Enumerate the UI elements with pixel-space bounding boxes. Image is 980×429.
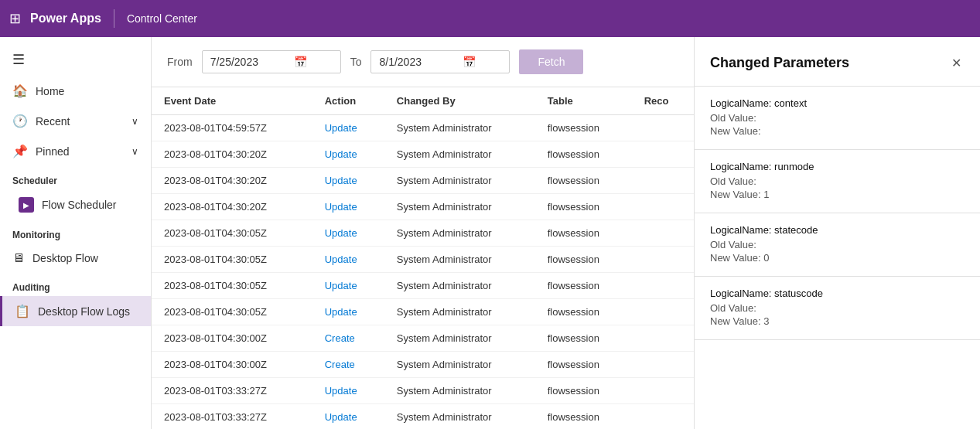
col-table: Table [535,87,632,115]
param-new-label: New Value: 1 [710,189,965,200]
audit-table: Event Date Action Changed By Table Reco … [152,87,694,429]
cell-record [632,325,694,352]
logs-icon: 📋 [15,304,30,318]
topbar-subtitle: Control Center [127,12,197,25]
cell-table: flowsession [535,141,632,168]
home-icon: 🏠 [12,83,28,98]
cell-changed-by: System Administrator [384,115,535,141]
table-row: 2023-08-01T03:33:27Z Update System Admin… [152,378,694,404]
sidebar-item-flow-scheduler[interactable]: ▶ Flow Scheduler [0,189,151,220]
from-date-input-wrapper[interactable]: 📅 [202,50,341,73]
to-date-input[interactable] [379,56,456,68]
col-record: Reco [632,87,694,115]
table-row: 2023-08-01T04:30:20Z Update System Admin… [152,194,694,220]
cell-record [632,352,694,378]
cell-action[interactable]: Update [312,168,384,194]
cell-action[interactable]: Update [312,247,384,273]
hamburger-button[interactable]: ☰ [0,43,151,76]
cell-changed-by: System Administrator [384,141,535,168]
param-logical-name: LogicalName: statecode [710,224,965,236]
param-section-2: LogicalName: statecode Old Value: New Va… [695,213,980,277]
table-row: 2023-08-01T04:30:00Z Create System Admin… [152,352,694,378]
cell-changed-by: System Administrator [384,352,535,378]
cell-action[interactable]: Update [312,273,384,299]
table-row: 2023-08-01T04:30:05Z Update System Admin… [152,220,694,247]
cell-changed-by: System Administrator [384,273,535,299]
cell-table: flowsession [535,352,632,378]
calendar-from-icon[interactable]: 📅 [294,56,307,68]
sidebar-item-pinned[interactable]: 📌 Pinned ∨ [0,136,151,166]
cell-action[interactable]: Update [312,404,384,430]
side-panel: Changed Parameters ✕ LogicalName: contex… [694,37,980,429]
fetch-button[interactable]: Fetch [519,49,583,74]
desktop-flow-label: Desktop Flow [32,252,98,264]
sidebar-recent-label: Recent [36,115,70,128]
table-row: 2023-08-01T04:30:20Z Update System Admin… [152,141,694,168]
table-area: Event Date Action Changed By Table Reco … [152,87,694,429]
app-title: Power Apps [30,12,101,26]
to-label: To [350,56,362,68]
cell-action[interactable]: Update [312,378,384,404]
sidebar: ☰ 🏠 Home 🕐 Recent ∨ 📌 Pinned ∨ Scheduler… [0,37,152,429]
topbar: ⊞ Power Apps Control Center [0,0,980,37]
cell-action[interactable]: Create [312,352,384,378]
cell-action[interactable]: Create [312,325,384,352]
cell-record [632,141,694,168]
cell-date: 2023-08-01T04:30:20Z [152,168,312,194]
grid-icon[interactable]: ⊞ [9,10,21,27]
cell-changed-by: System Administrator [384,404,535,430]
table-row: 2023-08-01T03:33:27Z Update System Admin… [152,404,694,430]
cell-action[interactable]: Update [312,194,384,220]
param-old-label: Old Value: [710,239,965,250]
table-row: 2023-08-01T04:59:57Z Update System Admin… [152,115,694,141]
calendar-to-icon[interactable]: 📅 [463,56,476,68]
cell-date: 2023-08-01T04:59:57Z [152,115,312,141]
cell-date: 2023-08-01T04:30:20Z [152,141,312,168]
param-logical-name: LogicalName: statuscode [710,288,965,299]
cell-table: flowsession [535,168,632,194]
cell-action[interactable]: Update [312,220,384,247]
pin-icon: 📌 [12,144,28,158]
param-new-label: New Value: 0 [710,252,965,264]
cell-date: 2023-08-01T04:30:05Z [152,220,312,247]
desktop-flow-logs-label: Desktop Flow Logs [38,305,130,318]
sidebar-item-recent[interactable]: 🕐 Recent ∨ [0,106,151,136]
cell-action[interactable]: Update [312,115,384,141]
cell-date: 2023-08-01T03:33:27Z [152,378,312,404]
col-action: Action [312,87,384,115]
cell-table: flowsession [535,299,632,325]
sidebar-item-desktop-flow[interactable]: 🖥 Desktop Flow [0,243,151,273]
sidebar-item-home[interactable]: 🏠 Home [0,76,151,106]
cell-table: flowsession [535,194,632,220]
cell-date: 2023-08-01T04:30:00Z [152,325,312,352]
cell-table: flowsession [535,247,632,273]
cell-action[interactable]: Update [312,299,384,325]
main-content: From 📅 To 📅 Fetch Event Date Action Chan… [152,37,694,429]
table-row: 2023-08-01T04:30:05Z Update System Admin… [152,299,694,325]
cell-changed-by: System Administrator [384,325,535,352]
cell-date: 2023-08-01T03:33:27Z [152,404,312,430]
col-event-date: Event Date [152,87,312,115]
cell-record [632,299,694,325]
cell-changed-by: System Administrator [384,378,535,404]
table-row: 2023-08-01T04:30:05Z Update System Admin… [152,247,694,273]
scheduler-section-label: Scheduler [0,166,151,189]
auditing-section-label: Auditing [0,273,151,296]
sidebar-pinned-label: Pinned [36,145,70,158]
table-row: 2023-08-01T04:30:05Z Update System Admin… [152,273,694,299]
cell-record [632,273,694,299]
from-label: From [167,56,193,68]
close-button[interactable]: ✕ [948,53,965,73]
cell-date: 2023-08-01T04:30:00Z [152,352,312,378]
toolbar: From 📅 To 📅 Fetch [152,37,694,87]
to-date-input-wrapper[interactable]: 📅 [370,50,510,73]
sidebar-home-label: Home [36,85,64,97]
from-date-input[interactable] [210,56,288,68]
cell-record [632,247,694,273]
sidebar-item-desktop-flow-logs[interactable]: 📋 Desktop Flow Logs [0,296,151,326]
col-changed-by: Changed By [384,87,535,115]
chevron-down-icon-2: ∨ [131,146,138,157]
flow-scheduler-icon: ▶ [19,197,34,213]
param-logical-name: LogicalName: context [710,97,965,109]
cell-action[interactable]: Update [312,141,384,168]
